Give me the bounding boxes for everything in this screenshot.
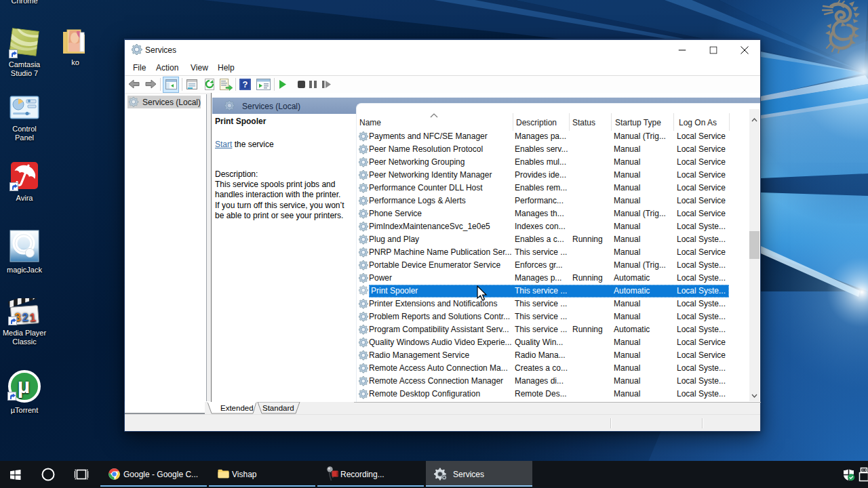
svg-text:?: ?: [243, 79, 248, 89]
svg-text:Extended: Extended: [220, 404, 254, 412]
svg-text:µ: µ: [18, 373, 30, 398]
svg-text:Standard: Standard: [262, 404, 294, 412]
svg-text:1: 1: [29, 311, 37, 325]
svg-text:2: 2: [22, 311, 29, 325]
